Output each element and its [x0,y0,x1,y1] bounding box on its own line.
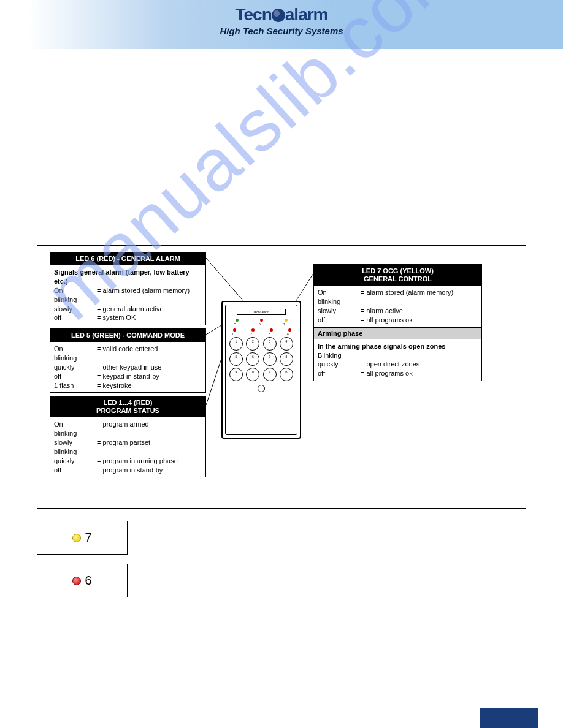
cell: off [318,369,361,378]
key-0[interactable]: 0 [246,368,259,381]
cell: quickly [54,363,97,372]
info-led6-intro: Signals general alarm (tamper, low batte… [54,268,202,286]
device-brand-plate: Tecnoalarm [237,309,286,315]
key-7[interactable]: 7 [263,352,277,366]
brand-text-2: alarm [285,5,328,24]
kl: B [280,369,293,376]
lednum: 3 [269,332,270,336]
key-4[interactable]: 4 [280,337,293,351]
cell: off [54,313,97,322]
kl: 7 [264,354,276,360]
key-8[interactable]: 8 [280,352,293,366]
cell: blinking [54,447,97,457]
tamper-hole-icon [258,385,265,392]
t2: GENERAL CONTROL [364,275,432,282]
key-3[interactable]: 3 [263,337,277,351]
legend-led6-label: 6 [85,574,91,588]
cell: blinking [54,295,97,305]
key-9[interactable]: 9 [229,368,243,381]
kl: 6 [247,354,259,360]
led6-red [260,319,263,322]
cell: off [54,466,97,475]
led-strip: 5 6 7 1 2 3 4 [229,317,293,336]
cell: Blinking [318,351,361,360]
cell: = alarm active [361,306,478,316]
key-2[interactable]: 2 [246,337,259,351]
keypad-device: Tecnoalarm 5 6 7 1 2 3 4 1 2 [221,301,301,439]
info-led14: LED 1...4 (RED) PROGRAM STATUS On= progr… [50,396,206,477]
kl: 8 [280,354,293,360]
kl: 0 [247,369,259,376]
footer-bar [480,708,538,728]
legend-led7-label: 7 [85,531,91,545]
cell: = other keypad in use [97,363,202,372]
cell: blinking [54,429,97,438]
info-led7-title: LED 7 OCG (YELLOW) GENERAL CONTROL [314,265,481,286]
cell [361,351,478,360]
cell: 1 flash [54,381,97,390]
led2-red [251,328,255,332]
kl: 4 [280,338,293,345]
cell: On [54,420,97,429]
cell [97,295,202,305]
cell: = all programs ok [361,369,478,378]
cell: = program in stand-by [97,466,202,475]
brand-logo: Tecnalarm [0,5,563,25]
info-led5-title: LED 5 (GREEN) - COMMAND MODE [50,329,205,342]
info-led14-title: LED 1...4 (RED) PROGRAM STATUS [50,396,205,417]
keypad-grid: 1 2 3 4 5 6 7 8 9 0 A B [229,337,293,381]
key-a[interactable]: A [263,368,277,381]
cell: quickly [54,457,97,466]
lednum: 1 [232,332,234,336]
cell: off [318,316,361,325]
cell: On [54,344,97,354]
legend-led6: 6 [37,564,128,597]
key-5[interactable]: 5 [229,352,243,366]
led5-green [236,319,239,322]
legend-led7: 7 [37,521,128,555]
kl: 1 [230,338,242,345]
keypad-diagram: LED 6 (RED) - GENERAL ALARM Signals gene… [37,245,526,509]
globe-icon [272,9,285,22]
brand-text-1: Tecn [236,5,272,24]
cell: On [54,286,97,295]
info-led6-title: LED 6 (RED) - GENERAL ALARM [50,252,205,265]
cell: On [318,288,361,297]
kl: A [264,369,276,376]
key-1[interactable]: 1 [229,337,243,351]
cell: = program in arming phase [97,457,202,466]
cell: blinking [318,297,361,306]
info-led7: LED 7 OCG (YELLOW) GENERAL CONTROL On= a… [313,264,482,381]
key-6[interactable]: 6 [246,352,259,366]
led3-red [270,328,273,332]
lednum: 2 [250,332,252,336]
cell: quickly [318,360,361,369]
kl: 5 [230,354,242,360]
cell: = general alarm active [97,305,202,314]
lednum: 4 [287,332,289,336]
cell [97,429,202,438]
cell: off [54,372,97,381]
key-b[interactable]: B [280,368,293,381]
lednum: 7 [283,322,285,326]
t1: LED 7 OCG (YELLOW) [362,267,434,275]
cell: = system OK [97,313,202,322]
cell: slowly [318,306,361,316]
cell: slowly [54,438,97,447]
led7-yellow [285,319,288,322]
brand-tagline: High Tech Security Systems [0,26,563,36]
cell: slowly [54,305,97,314]
info-led6: LED 6 (RED) - GENERAL ALARM Signals gene… [50,252,206,325]
kl: 9 [230,369,242,376]
cell: = open direct zones [361,360,478,369]
led4-red [288,328,291,332]
t1: LED 1...4 (RED) [103,399,152,406]
t2: PROGRAM STATUS [96,407,159,414]
cell: = alarm stored (alarm memory) [97,286,202,295]
cell: = all programs ok [361,316,478,325]
led1-red [233,328,236,332]
cell: = keystroke [97,381,202,390]
lednum: 5 [234,322,236,326]
info-led5: LED 5 (GREEN) - COMMAND MODE On= valid c… [50,328,206,393]
cell: = program armed [97,420,202,429]
